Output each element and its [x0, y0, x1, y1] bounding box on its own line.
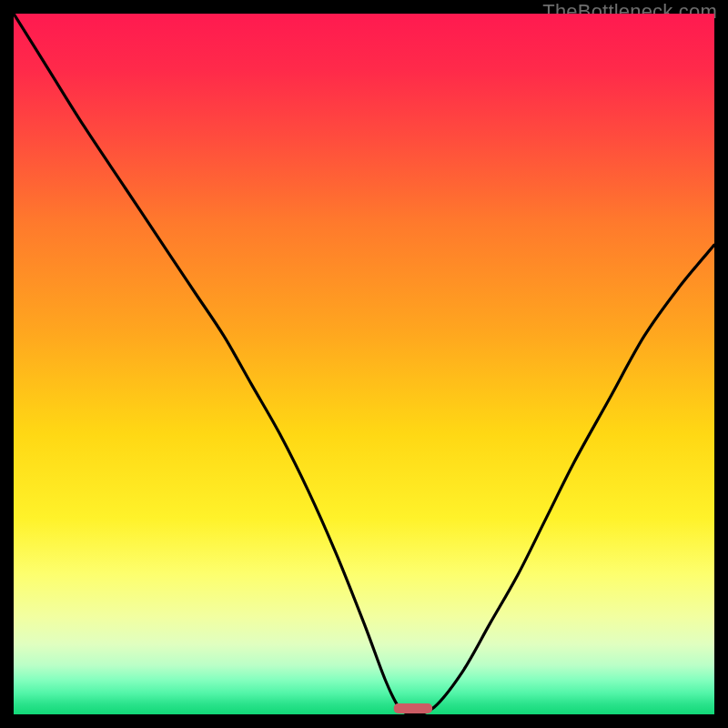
curve-svg — [14, 14, 714, 714]
plot-area — [14, 14, 714, 714]
chart-container: TheBottleneck.com — [0, 0, 728, 728]
minimum-marker — [394, 703, 432, 713]
bottleneck-curve-path — [14, 14, 714, 714]
